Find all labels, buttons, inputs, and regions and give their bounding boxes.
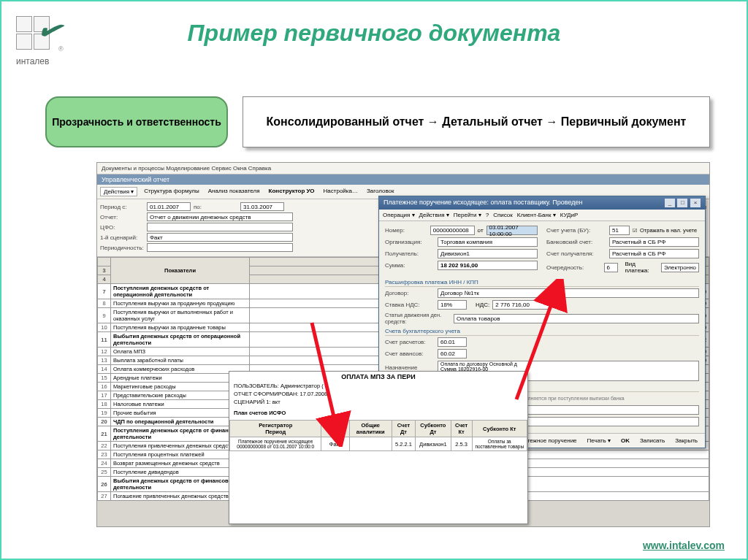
sum-input[interactable]: 18 202 916,00 [438, 261, 538, 270]
period-from-label: Период с: [100, 204, 144, 210]
section-decode: Расшифровка платежа ИНН / КПП [385, 279, 699, 287]
period-from-input[interactable]: 01.01.2007 [147, 202, 191, 211]
report-window-title: Управленческий отчет [97, 174, 709, 185]
org-input[interactable]: Торговая компания [438, 237, 538, 247]
goto-button[interactable]: Перейти ▾ [454, 212, 481, 218]
col-indicators: Показатели [111, 258, 250, 284]
settlement-acct-input[interactable]: 60.01 [438, 337, 467, 347]
table-cell: Дивизион1 [416, 437, 451, 451]
paytype-input[interactable]: Электронно [661, 263, 699, 272]
table-cell: 2.5.3 [451, 437, 472, 451]
col-num [98, 258, 111, 266]
minimize-icon[interactable]: _ [665, 199, 675, 207]
recipient-input[interactable]: Дивизион1 [438, 249, 538, 258]
analysis-button[interactable]: Анализ показателя [206, 187, 262, 196]
table-cell: Факт [321, 437, 349, 451]
periodicity-input[interactable] [147, 243, 293, 252]
close-button[interactable]: Закрыть [672, 437, 701, 445]
footer-link[interactable]: www.intalev.com [643, 540, 725, 551]
table-cell: 5.2.2.1 [392, 437, 415, 451]
table-header: Субконто Дт [416, 421, 451, 437]
acct-bu-input[interactable]: 51 [609, 226, 630, 235]
dialog-toolbar[interactable]: Операция ▾ Действия ▾ Перейти ▾ ? Список… [379, 210, 705, 221]
report-select[interactable]: Отчет о движении денежных средств [147, 212, 293, 221]
save-button[interactable]: Записать [637, 437, 668, 445]
table-cell: Оплаты за поставленные товары [472, 437, 527, 451]
table-cell [349, 437, 392, 451]
dialog-actions-button[interactable]: Действия ▾ [419, 212, 449, 218]
table-header: Счет Кт [451, 421, 472, 437]
maximize-icon[interactable]: □ [677, 199, 687, 207]
period-to-input[interactable]: 31.03.2007 [240, 202, 284, 211]
date-input[interactable]: 03.01.2007 10:00:00 [486, 226, 538, 235]
period-to-label: по: [194, 204, 237, 210]
client-bank-button[interactable]: Клиент-Банк ▾ [517, 212, 556, 218]
periodicity-label: Периодичность: [100, 245, 144, 251]
table-header: Счет Дт [392, 421, 415, 437]
flow-description: Консолидированный отчет → Детальный отче… [243, 96, 710, 147]
table-header: Регистратор Период [230, 421, 321, 437]
article-input[interactable]: Оплата товаров [454, 314, 699, 323]
recv-acct-input[interactable]: Расчетный в СБ РФ [609, 249, 699, 258]
section-accounts: Счета бухгалтерского учета [385, 328, 699, 336]
settings-button[interactable]: Настройка… [321, 187, 360, 196]
report-label: Отчет: [100, 214, 144, 220]
scenario-input[interactable]: Факт [147, 233, 293, 242]
cfo-label: ЦФО: [100, 224, 144, 231]
print-button[interactable]: Печать ▾ [584, 437, 614, 445]
actions-button[interactable]: Действия ▾ [100, 187, 137, 196]
window-controls: _ □ × [664, 199, 701, 207]
advance-acct-input[interactable]: 60.02 [438, 349, 467, 358]
subreport-title: ОПЛАТА МПЗ ЗА ПЕРИ [229, 372, 527, 382]
table-header: Субконто Кт [472, 421, 527, 437]
close-icon[interactable]: × [690, 199, 701, 207]
contract-input[interactable]: Договор №1тк [438, 288, 699, 298]
logo: ✔ ® инталев [16, 16, 75, 66]
app-screenshot: Документы и процессы Моделирование Серви… [96, 162, 710, 527]
vat-rate-input[interactable]: 18% [438, 300, 467, 310]
vat-input[interactable]: 2 776 716,00 [492, 300, 551, 310]
cfo-input[interactable] [147, 223, 293, 231]
list-button[interactable]: Список [493, 212, 513, 218]
transparency-pill: Прозрачность и ответственность [45, 96, 228, 147]
number-input[interactable]: 00000000008 [430, 226, 475, 235]
subreport-window: ОПЛАТА МПЗ ЗА ПЕРИ ПОЛЬЗОВАТЕЛЬ: Админис… [229, 371, 528, 524]
subreport-table[interactable]: Регистратор Периодценарий ЦФООбщие анали… [229, 420, 527, 451]
operation-button[interactable]: Операция ▾ [383, 212, 415, 218]
table-header: Общие аналитики [349, 421, 392, 437]
kudip-button[interactable]: КУДиР [560, 212, 579, 218]
structure-button[interactable]: Структура формулы [142, 187, 202, 196]
scenario-label: 1-й сценарий: [100, 234, 144, 241]
bank-acct-input[interactable]: Расчетный в СБ РФ [609, 237, 699, 247]
dialog-title-text: Платежное поручение исходящее: оплата по… [383, 199, 583, 207]
ok-button[interactable]: OK [618, 437, 633, 445]
logo-text: инталев [16, 56, 75, 66]
table-header: ценарий ЦФО [321, 421, 349, 437]
priority-input[interactable]: 6 [604, 263, 618, 272]
constructor-button[interactable]: Конструктор УО [267, 187, 317, 196]
slide-title: Пример первичного документа [1, 1, 747, 47]
menubar[interactable]: Документы и процессы Моделирование Серви… [97, 163, 709, 174]
table-cell: Платежное поручение исходящее 0000000000… [230, 437, 321, 451]
